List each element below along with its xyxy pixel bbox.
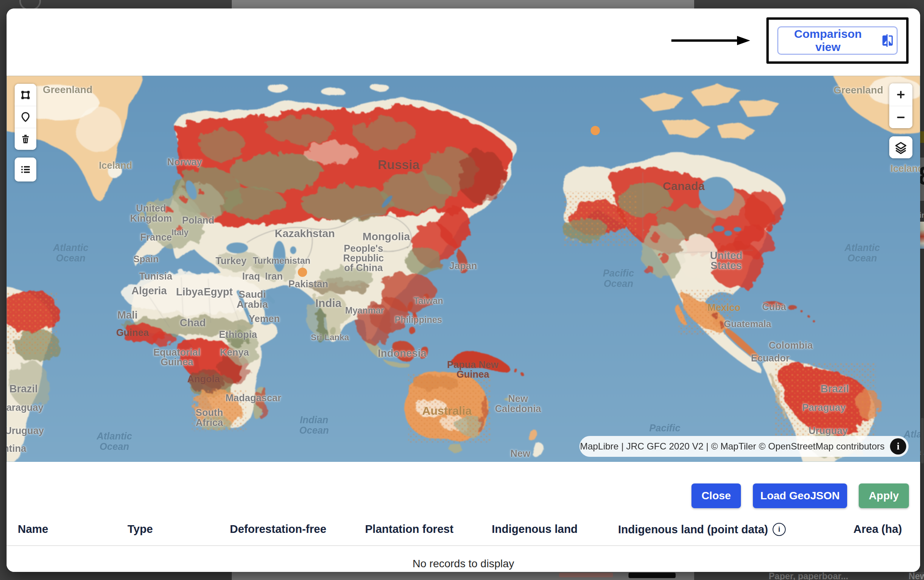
- layers-toolbar: [889, 136, 912, 158]
- minus-icon: [895, 112, 906, 123]
- annotation-arrow: [671, 36, 752, 46]
- close-button[interactable]: Close: [691, 483, 741, 508]
- zoom-in-button[interactable]: [889, 83, 912, 106]
- map-selection-modal: Comparison view: [7, 8, 920, 572]
- column-header-indigenous-land-point: Indigenous land (point data) i: [618, 523, 786, 536]
- comparison-view-button[interactable]: Comparison view: [777, 26, 898, 55]
- backdrop-bottom-right: Paper, paperboar... Newsp: [694, 572, 924, 580]
- point-marker[interactable]: [591, 126, 600, 135]
- info-icon[interactable]: i: [773, 523, 786, 536]
- map-attribution: MapLibre | JRC GFC 2020 V2 | © MapTiler …: [579, 436, 909, 457]
- zoom-toolbar: [889, 83, 912, 128]
- marker-icon: [20, 111, 31, 123]
- column-header-type: Type: [127, 523, 153, 536]
- backdrop-text-paper: Paper, paperboar...: [769, 572, 848, 580]
- column-header-area: Area (ha): [853, 523, 902, 536]
- layers-icon: [894, 141, 907, 154]
- trash-icon: [20, 134, 31, 144]
- plus-icon: [895, 89, 906, 100]
- layers-button[interactable]: [889, 136, 912, 158]
- draw-toolbar: [15, 84, 36, 150]
- load-geojson-button[interactable]: Load GeoJSON: [753, 483, 847, 508]
- attribution-info-icon[interactable]: i: [890, 438, 906, 455]
- backdrop-olive-fragment: [920, 131, 924, 143]
- add-marker-button[interactable]: [15, 106, 36, 128]
- annotation-highlight-box: Comparison view: [766, 17, 909, 64]
- apply-button[interactable]: Apply: [859, 483, 909, 508]
- empty-table-message: No records to display: [7, 558, 920, 570]
- modal-footer: Close Load GeoJSON Apply Name Type Defor…: [7, 462, 920, 572]
- column-header-deforestation-free: Deforestation-free: [230, 523, 326, 536]
- delete-button[interactable]: [15, 128, 36, 150]
- backdrop-red-bar: [559, 573, 613, 577]
- table-divider: [7, 545, 920, 546]
- backdrop-text-news: Newsp: [909, 572, 924, 580]
- backdrop-bottom-segment: [232, 572, 694, 580]
- list-toolbar: [15, 158, 36, 181]
- backdrop-number-panel: 8: [920, 158, 924, 201]
- world-map[interactable]: GreenlandIcelandNorwayRussiaUnitedKingdo…: [7, 76, 920, 462]
- map-artwork: [7, 76, 920, 462]
- backdrop-scroll-pill: [921, 418, 924, 463]
- draw-rectangle-button[interactable]: [15, 84, 36, 106]
- attribution-text: MapLibre | JRC GFC 2020 V2 | © MapTiler …: [580, 441, 885, 452]
- column-header-name: Name: [18, 523, 48, 536]
- page: Paper, paperboar... Newsp 8 in an Compar…: [0, 0, 924, 580]
- compare-icon: [881, 34, 894, 47]
- column-header-plantation-forest: Plantation forest: [365, 523, 454, 536]
- list-icon: [19, 163, 32, 176]
- point-marker[interactable]: [298, 268, 307, 277]
- feature-list-button[interactable]: [15, 158, 36, 181]
- modal-header: Comparison view: [7, 8, 920, 76]
- backdrop-top-segment: [232, 0, 694, 8]
- backdrop-black-bar: [628, 573, 676, 578]
- zoom-out-button[interactable]: [889, 106, 912, 128]
- backdrop-number: 8: [920, 163, 924, 188]
- comparison-view-label: Comparison view: [781, 27, 875, 54]
- draw-rectangle-icon: [20, 89, 31, 101]
- backdrop-map-sliver: [920, 222, 924, 249]
- column-header-indigenous-land: Indigenous land: [492, 523, 578, 536]
- column-header-indigenous-land-point-label: Indigenous land (point data): [618, 523, 768, 536]
